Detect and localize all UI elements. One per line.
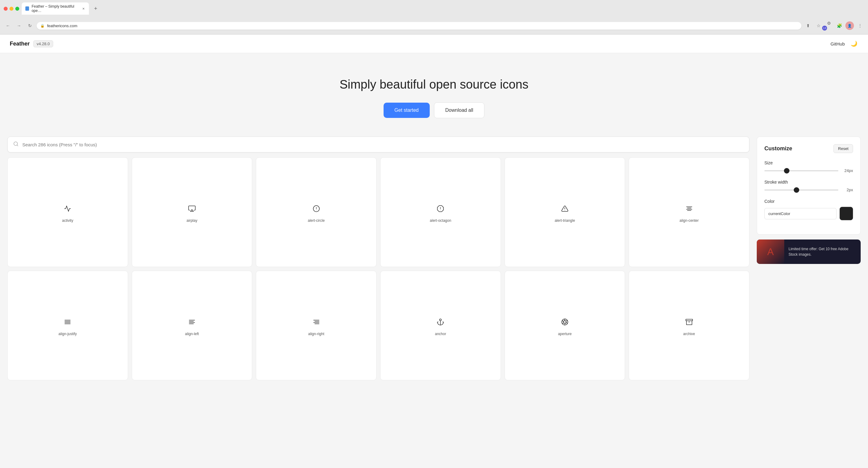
icon-card-activity[interactable]: activity <box>7 157 128 267</box>
icon-label-alert-octagon: alert-octagon <box>430 219 451 223</box>
hero-actions: Get started Download all <box>6 102 862 118</box>
search-icon <box>13 141 19 148</box>
align-left-icon <box>187 317 197 327</box>
svg-line-1 <box>17 145 18 146</box>
traffic-lights <box>4 7 19 11</box>
maximize-window-button[interactable] <box>15 7 19 11</box>
browser-chrome: Feather – Simply beautiful ope… ✕ + ← → … <box>0 0 868 35</box>
icons-grid: activity airplay <box>7 157 749 380</box>
dark-mode-button[interactable]: 🌙 <box>850 39 858 48</box>
icon-label-align-justify: align-justify <box>58 332 77 336</box>
icon-label-aperture: aperture <box>558 332 572 336</box>
reset-button[interactable]: Reset <box>834 144 853 153</box>
svg-line-30 <box>565 321 567 324</box>
nav-right: GitHub 🌙 <box>830 39 858 48</box>
tab-favicon <box>25 6 29 11</box>
url-text: feathericons.com <box>47 24 77 28</box>
address-bar[interactable]: 🔒 feathericons.com <box>37 22 801 30</box>
icon-card-airplay[interactable]: airplay <box>132 157 252 267</box>
icon-card-anchor[interactable]: anchor <box>380 271 501 380</box>
color-control-group: Color <box>765 199 853 220</box>
forward-button[interactable]: → <box>15 22 23 30</box>
stroke-value: 2px <box>842 188 853 192</box>
top-nav: Feather v4.28.0 GitHub 🌙 <box>0 35 868 53</box>
brand-name: Feather <box>10 41 30 47</box>
download-all-button[interactable]: Download all <box>434 102 485 118</box>
alert-circle-icon <box>311 204 321 213</box>
svg-point-27 <box>439 319 441 321</box>
svg-marker-2 <box>190 209 193 211</box>
back-button[interactable]: ← <box>4 22 12 30</box>
color-swatch[interactable] <box>840 207 853 220</box>
ad-banner[interactable]: A Limited time offer: Get 10 free Adobe … <box>757 239 861 264</box>
align-center-icon <box>684 204 694 213</box>
minimize-window-button[interactable] <box>9 7 13 11</box>
ad-text: Limited time offer: Get 10 free Adobe St… <box>784 239 861 264</box>
icon-card-archive[interactable]: archive <box>629 271 749 380</box>
customize-title: Customize <box>765 145 792 152</box>
color-row <box>765 207 853 220</box>
share-button[interactable]: ⬆ <box>804 22 812 30</box>
icon-label-anchor: anchor <box>435 332 446 336</box>
stroke-control-group: Stroke width 2px <box>765 179 853 192</box>
bookmark-button[interactable]: ☆ <box>814 22 823 30</box>
adobe-logo-icon: A <box>767 246 774 258</box>
new-tab-button[interactable]: + <box>91 4 100 13</box>
icon-label-align-center: align-center <box>679 219 699 223</box>
archive-icon <box>684 317 694 327</box>
stroke-slider-row: 2px <box>765 188 853 192</box>
color-label: Color <box>765 199 853 204</box>
main-content: activity airplay <box>0 137 868 388</box>
icons-panel: activity airplay <box>7 137 749 380</box>
icon-card-alert-circle[interactable]: alert-circle <box>256 157 376 267</box>
size-slider[interactable] <box>765 170 838 171</box>
icon-card-align-justify[interactable]: align-justify <box>7 271 128 380</box>
alert-triangle-icon <box>560 204 570 213</box>
ad-text-content: Limited time offer: Get 10 free Adobe St… <box>788 246 857 257</box>
icon-card-aperture[interactable]: aperture <box>505 271 625 380</box>
browser-actions: ⬆ ☆ ⚙ 13 🧩 👤 ⋮ <box>804 19 864 32</box>
profile-avatar[interactable]: 👤 <box>845 22 854 30</box>
icon-label-alert-circle: alert-circle <box>308 219 324 223</box>
browser-toolbar: ← → ↻ 🔒 feathericons.com ⬆ ☆ ⚙ 13 🧩 👤 ⋮ <box>0 17 868 34</box>
hero-title: Simply beautiful open source icons <box>6 77 862 91</box>
reload-button[interactable]: ↻ <box>26 22 34 30</box>
search-bar[interactable] <box>7 137 749 153</box>
size-value: 24px <box>842 168 853 173</box>
ad-image: A <box>757 239 784 264</box>
version-badge[interactable]: v4.28.0 <box>33 40 53 47</box>
browser-tab[interactable]: Feather – Simply beautiful ope… ✕ <box>22 2 89 15</box>
size-control-group: Size 24px <box>765 160 853 173</box>
icon-card-alert-triangle[interactable]: alert-triangle <box>505 157 625 267</box>
align-justify-icon <box>63 317 72 327</box>
puzzle-button[interactable]: 🧩 <box>835 22 843 30</box>
icon-label-activity: activity <box>62 219 73 223</box>
github-link[interactable]: GitHub <box>830 41 845 46</box>
get-started-button[interactable]: Get started <box>383 103 430 118</box>
icon-card-align-left[interactable]: align-left <box>132 271 252 380</box>
svg-rect-36 <box>686 319 692 321</box>
search-input[interactable] <box>22 142 744 147</box>
icon-label-align-right: align-right <box>308 332 324 336</box>
icon-label-airplay: airplay <box>186 219 197 223</box>
menu-button[interactable]: ⋮ <box>856 22 864 30</box>
anchor-icon <box>436 317 445 327</box>
close-window-button[interactable] <box>4 7 8 11</box>
icon-card-align-right[interactable]: align-right <box>256 271 376 380</box>
customize-panel: Customize Reset Size 24px Stroke width <box>757 137 861 380</box>
size-label: Size <box>765 160 853 165</box>
icon-label-alert-triangle: alert-triangle <box>555 219 575 223</box>
stroke-slider[interactable] <box>765 190 838 191</box>
lock-icon: 🔒 <box>40 24 44 28</box>
activity-icon <box>63 204 72 213</box>
svg-line-33 <box>562 320 564 323</box>
tab-close-button[interactable]: ✕ <box>82 6 85 11</box>
icon-card-align-center[interactable]: align-center <box>629 157 749 267</box>
customize-header: Customize Reset <box>765 144 853 153</box>
color-input[interactable] <box>765 208 837 219</box>
svg-line-32 <box>563 319 565 322</box>
extension-badge: 13 <box>822 26 827 31</box>
stroke-label: Stroke width <box>765 179 853 185</box>
nav-left: Feather v4.28.0 <box>10 40 53 47</box>
icon-card-alert-octagon[interactable]: alert-octagon <box>380 157 501 267</box>
